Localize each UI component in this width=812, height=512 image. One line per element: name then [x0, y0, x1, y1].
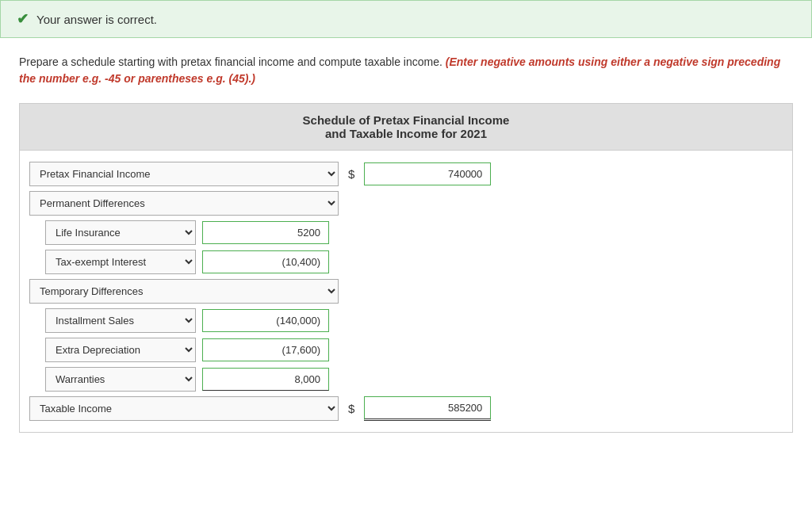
dollar-pretax: $ [345, 167, 358, 181]
select-depreciation[interactable]: Extra Depreciation [45, 338, 196, 362]
input-tax-exempt[interactable] [202, 250, 329, 273]
select-pretax[interactable]: Pretax Financial Income [29, 162, 339, 186]
schedule-body: Pretax Financial Income $ Permanent Diff… [20, 151, 792, 432]
row-warranties: Warranties [45, 367, 783, 392]
row-permanent: Permanent Differences [29, 191, 783, 216]
row-pretax: Pretax Financial Income $ [29, 162, 783, 186]
schedule-title-line1: Schedule of Pretax Financial Income [29, 113, 783, 127]
select-temporary[interactable]: Temporary Differences [29, 279, 339, 304]
success-banner: ✔ Your answer is correct. [0, 0, 812, 38]
input-depreciation[interactable] [202, 338, 329, 361]
instructions-normal: Prepare a schedule starting with pretax … [19, 55, 446, 68]
select-taxable[interactable]: Taxable Income [29, 396, 339, 421]
select-warranties[interactable]: Warranties [45, 367, 196, 392]
row-installment: Installment Sales [45, 308, 783, 333]
check-icon: ✔ [17, 10, 29, 28]
select-life-insurance[interactable]: Life Insurance [45, 220, 196, 245]
schedule-title-line2: and Taxable Income for 2021 [29, 127, 783, 140]
select-tax-exempt[interactable]: Tax-exempt Interest [45, 250, 196, 274]
row-tax-exempt: Tax-exempt Interest [45, 250, 783, 274]
instructions: Prepare a schedule starting with pretax … [0, 54, 812, 103]
row-taxable: Taxable Income $ [29, 396, 783, 421]
schedule-header: Schedule of Pretax Financial Income and … [20, 104, 792, 151]
input-warranties[interactable] [202, 368, 329, 391]
dollar-taxable: $ [345, 402, 358, 415]
select-installment[interactable]: Installment Sales [45, 308, 196, 333]
row-life-insurance: Life Insurance [45, 220, 783, 245]
input-installment[interactable] [202, 309, 329, 332]
schedule-container: Schedule of Pretax Financial Income and … [19, 103, 793, 433]
input-life-insurance[interactable] [202, 221, 329, 244]
row-depreciation: Extra Depreciation [45, 338, 783, 362]
success-text: Your answer is correct. [36, 13, 157, 26]
select-permanent[interactable]: Permanent Differences [29, 191, 339, 216]
input-taxable[interactable] [364, 396, 491, 421]
row-temporary: Temporary Differences [29, 279, 783, 304]
input-pretax[interactable] [364, 162, 491, 185]
